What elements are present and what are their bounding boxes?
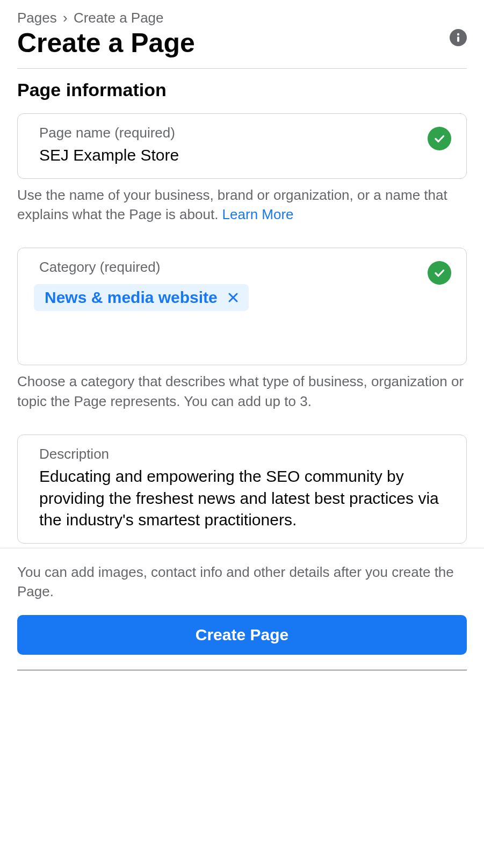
page-name-field[interactable]: Page name (required) SEJ Example Store [17, 113, 467, 179]
page-name-label: Page name (required) [39, 125, 417, 141]
page-name-value: SEJ Example Store [39, 144, 417, 167]
title-divider [17, 68, 467, 69]
section-title: Page information [17, 79, 467, 100]
page-title: Create a Page [17, 27, 195, 59]
svg-rect-1 [457, 37, 459, 42]
category-tag-label: News & media website [45, 288, 218, 307]
description-field[interactable]: Description Educating and empowering the… [17, 435, 467, 544]
category-tag: News & media website [34, 284, 249, 311]
create-page-button[interactable]: Create Page [17, 615, 467, 655]
page-name-helper: Use the name of your business, brand or … [17, 185, 467, 225]
close-icon [227, 292, 239, 303]
check-icon [428, 127, 451, 150]
footer: You can add images, contact info and oth… [0, 548, 484, 688]
description-label: Description [39, 446, 451, 462]
breadcrumb-root[interactable]: Pages [17, 10, 57, 26]
breadcrumb: Pages › Create a Page [17, 10, 467, 26]
footer-helper: You can add images, contact info and oth… [17, 562, 467, 602]
category-label: Category (required) [39, 259, 417, 276]
check-icon [428, 261, 451, 285]
breadcrumb-current: Create a Page [74, 10, 164, 26]
category-field[interactable]: Category (required) News & media website [17, 248, 467, 365]
breadcrumb-separator: › [63, 10, 68, 26]
info-icon[interactable] [450, 29, 467, 46]
description-value: Educating and empowering the SEO communi… [39, 466, 451, 531]
category-helper: Choose a category that describes what ty… [17, 372, 467, 411]
learn-more-link[interactable]: Learn More [222, 206, 294, 222]
remove-tag-button[interactable] [227, 292, 239, 303]
svg-point-0 [457, 33, 459, 35]
bottom-divider [17, 670, 467, 670]
